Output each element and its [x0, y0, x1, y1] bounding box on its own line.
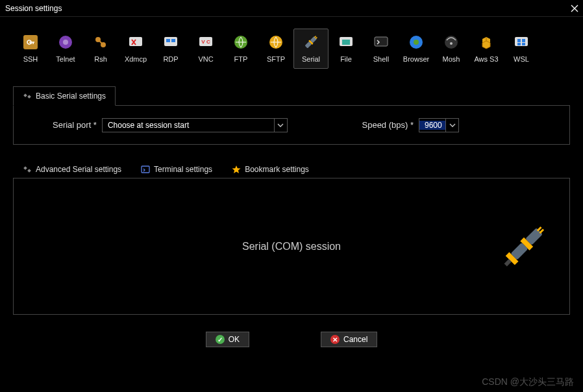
key-icon: [21, 33, 40, 51]
speed-field: Speed (bps) * 9600: [362, 118, 460, 132]
svg-rect-7: [166, 39, 170, 42]
serial-plug-icon: [498, 221, 550, 273]
serial-port-label: Serial port *: [53, 120, 97, 130]
protocol-shell[interactable]: Shell: [364, 29, 399, 69]
protocol-label: SFTP: [267, 55, 285, 63]
chevron-down-icon: [445, 118, 458, 132]
protocol-vnc[interactable]: V CVNC: [188, 29, 223, 69]
svg-rect-26: [517, 39, 521, 42]
ftp-icon: [232, 33, 250, 51]
protocol-browser[interactable]: Browser: [399, 29, 434, 69]
protocol-label: Xdmcp: [125, 55, 147, 63]
protocol-wsl[interactable]: WSL: [504, 29, 539, 69]
protocol-label: Browser: [403, 55, 429, 63]
sftp-icon: [267, 33, 285, 51]
protocol-telnet[interactable]: Telnet: [48, 29, 83, 69]
telnet-icon: [56, 33, 75, 51]
svg-point-22: [414, 40, 419, 45]
chevron-down-icon: [274, 118, 287, 132]
session-caption: Serial (COM) session: [242, 241, 341, 252]
speed-label: Speed (bps) *: [362, 120, 414, 130]
tab-terminal-settings[interactable]: Terminal settings: [131, 160, 222, 178]
protocol-label: Aws S3: [474, 55, 498, 63]
tab-bookmark-settings[interactable]: Bookmark settings: [222, 160, 319, 178]
terminal-small-icon: [141, 165, 150, 174]
svg-rect-30: [23, 93, 27, 97]
wsl-icon: [512, 33, 530, 51]
advanced-tabbar: Advanced Serial settingsTerminal setting…: [13, 159, 570, 178]
protocol-ssh[interactable]: SSH: [13, 29, 48, 69]
speed-dropdown[interactable]: 9600: [419, 118, 459, 132]
ok-button[interactable]: ✓ OK: [206, 332, 249, 347]
svg-rect-33: [27, 169, 31, 173]
svg-rect-32: [23, 166, 27, 170]
file-icon: [337, 33, 355, 51]
protocol-ftp[interactable]: FTP: [223, 29, 258, 69]
serial-port-field: Serial port * Choose at session start: [53, 118, 288, 132]
xdmcp-icon: [127, 33, 145, 51]
protocol-rsh[interactable]: Rsh: [83, 29, 118, 69]
shell-icon: [372, 33, 390, 51]
tab-advanced-serial-settings[interactable]: Advanced Serial settings: [13, 160, 131, 178]
tab-label: Bookmark settings: [245, 165, 309, 174]
check-icon: ✓: [216, 335, 225, 344]
watermark: CSDN @大沙头三马路: [482, 376, 574, 388]
serial-port-value: Choose at session start: [103, 121, 274, 130]
browser-icon: [407, 33, 425, 51]
x-icon: ✕: [330, 335, 340, 344]
rdp-icon: [162, 33, 180, 51]
svg-rect-25: [515, 37, 528, 46]
speed-value: 9600: [419, 121, 445, 130]
serial-port-dropdown[interactable]: Choose at session start: [102, 118, 288, 132]
protocol-label: SSH: [23, 55, 38, 63]
protocol-list: SSHTelnetRshXdmcpRDPV CVNCFTPSFTPSerialF…: [13, 29, 570, 69]
svg-text:V C: V C: [201, 39, 210, 45]
serial-icon: [302, 33, 320, 51]
svg-rect-27: [522, 39, 525, 42]
aws-icon: [477, 33, 495, 51]
svg-rect-29: [522, 43, 525, 45]
vnc-icon: V C: [197, 33, 215, 51]
protocol-awss3[interactable]: Aws S3: [469, 29, 504, 69]
protocol-mosh[interactable]: Mosh: [434, 29, 469, 69]
svg-rect-28: [517, 43, 521, 45]
svg-rect-31: [27, 95, 31, 99]
tab-basic-label: Basic Serial settings: [36, 92, 106, 101]
svg-point-2: [63, 40, 68, 45]
star-icon: [232, 165, 241, 174]
close-icon[interactable]: [570, 4, 579, 13]
svg-rect-8: [171, 39, 175, 42]
rsh-icon: [92, 33, 110, 51]
svg-rect-19: [342, 40, 350, 45]
mosh-icon: [442, 33, 460, 51]
window-title: Session settings: [5, 4, 62, 13]
svg-rect-20: [375, 37, 388, 46]
svg-point-24: [450, 42, 453, 45]
svg-rect-34: [142, 166, 149, 173]
serial-small-icon: [23, 92, 32, 101]
title-bar: Session settings: [0, 0, 583, 17]
protocol-label: WSL: [514, 55, 529, 63]
protocol-sftp[interactable]: SFTP: [258, 29, 293, 69]
tab-label: Terminal settings: [154, 165, 212, 174]
tab-basic-serial[interactable]: Basic Serial settings: [13, 86, 116, 106]
tab-label: Advanced Serial settings: [36, 165, 121, 174]
protocol-label: Rsh: [94, 55, 107, 63]
protocol-rdp[interactable]: RDP: [153, 29, 188, 69]
protocol-serial[interactable]: Serial: [293, 29, 329, 69]
protocol-label: Serial: [302, 55, 320, 63]
protocol-file[interactable]: File: [329, 29, 364, 69]
protocol-xdmcp[interactable]: Xdmcp: [118, 29, 153, 69]
protocol-label: Shell: [373, 55, 389, 63]
basic-settings-group: Serial port * Choose at session start Sp…: [13, 106, 570, 145]
session-preview-panel: Serial (COM) session: [13, 178, 570, 315]
cancel-button[interactable]: ✕ Cancel: [321, 332, 377, 347]
ok-label: OK: [229, 335, 240, 344]
dialog-footer: ✓ OK ✕ Cancel: [13, 332, 570, 347]
protocol-label: VNC: [198, 55, 213, 63]
protocol-label: RDP: [163, 55, 178, 63]
serial-small-icon: [23, 165, 32, 174]
basic-tabbar: Basic Serial settings: [13, 86, 570, 106]
cancel-label: Cancel: [343, 335, 367, 344]
protocol-label: Telnet: [56, 55, 75, 63]
